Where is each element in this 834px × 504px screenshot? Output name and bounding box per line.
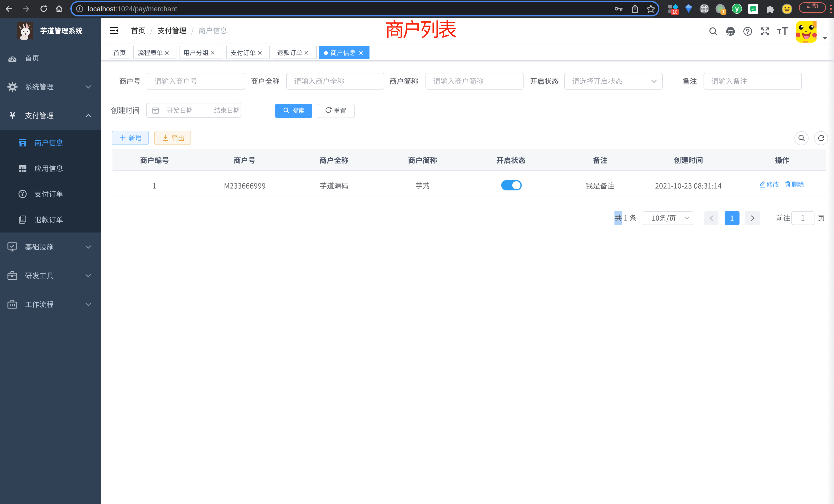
svg-text:y: y bbox=[735, 5, 739, 13]
svg-text:10: 10 bbox=[672, 9, 677, 15]
svg-text:1: 1 bbox=[722, 9, 725, 14]
